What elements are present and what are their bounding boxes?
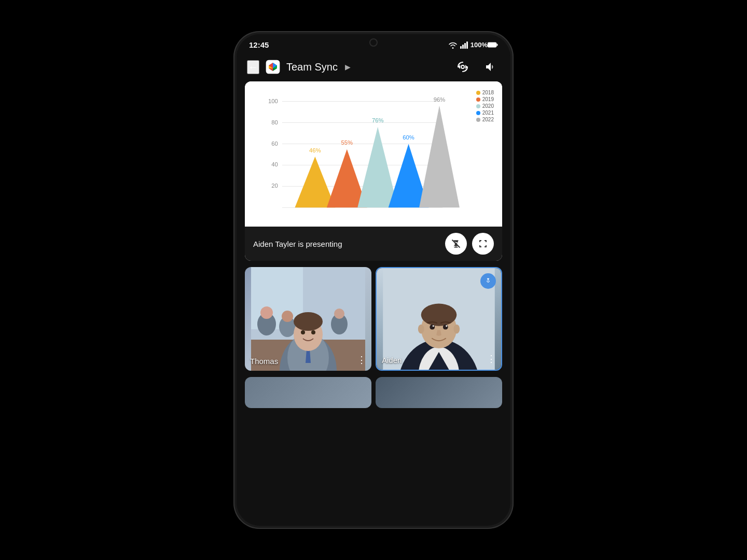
chart-container: 2018 2019 2020 2021 [245, 81, 502, 227]
legend-2021: 2021 [476, 110, 494, 116]
meet-logo-icon [265, 59, 281, 75]
participant-name-aiden: Aiden [382, 356, 402, 365]
participant-name-thomas: Thomas [250, 357, 278, 366]
svg-point-44 [311, 330, 315, 334]
phone-screen: 12:45 100% [237, 34, 510, 526]
app-header: ← Team Sync ▶ [237, 52, 510, 81]
aiden-menu-button[interactable]: ⋮ [487, 353, 496, 365]
battery-shape [488, 42, 498, 48]
wifi-icon [448, 41, 458, 49]
thomas-photo [245, 267, 371, 371]
legend-dot-2020 [476, 104, 480, 108]
legend-2018: 2018 [476, 90, 494, 95]
preview-card-1[interactable] [245, 377, 371, 408]
legend-label-2019: 2019 [482, 96, 494, 102]
thomas-scene-svg [245, 267, 371, 371]
legend-dot-2021 [476, 111, 480, 115]
status-icons: 100% [448, 41, 498, 49]
svg-point-37 [334, 309, 344, 319]
svg-point-51 [418, 325, 424, 334]
svg-point-54 [443, 325, 448, 330]
bar-2022 [419, 106, 460, 208]
battery-icon: 100% [471, 41, 498, 49]
svg-point-42 [294, 312, 323, 331]
participant-card-thomas: Thomas ⋮ [245, 267, 371, 371]
phone-frame: 12:45 100% [233, 31, 514, 529]
volume-icon [485, 61, 497, 73]
legend-label-2021: 2021 [482, 110, 494, 116]
legend-label-2020: 2020 [482, 103, 494, 109]
header-left: ← Team Sync ▶ [247, 59, 351, 75]
thomas-menu-button[interactable]: ⋮ [357, 354, 366, 366]
mute-presenter-button[interactable] [445, 233, 467, 255]
svg-rect-58 [488, 279, 488, 281]
svg-text:60%: 60% [403, 134, 414, 141]
legend-dot-2019 [476, 97, 480, 102]
svg-text:40: 40 [271, 161, 278, 167]
signal-icon [460, 41, 468, 49]
microphone-active-icon [484, 277, 492, 285]
participant-card-aiden: Aiden ⋮ [376, 267, 502, 371]
svg-point-52 [453, 325, 460, 334]
presenter-actions [445, 233, 494, 255]
svg-rect-1 [497, 44, 498, 46]
svg-rect-57 [487, 278, 489, 279]
legend-dot-2018 [476, 91, 480, 95]
header-right [453, 58, 500, 76]
speaking-indicator-aiden [480, 273, 496, 289]
bar-chart-svg: 100 80 60 40 20 46% [253, 90, 494, 222]
meeting-title: Team Sync [286, 61, 338, 73]
svg-point-35 [282, 311, 293, 322]
meeting-title-chevron: ▶ [345, 63, 351, 71]
legend-label-2018: 2018 [482, 90, 494, 95]
legend-2019: 2019 [476, 96, 494, 102]
bar-2020 [357, 127, 398, 208]
bottom-preview-row [237, 377, 510, 414]
svg-point-11 [461, 65, 464, 68]
svg-point-53 [430, 325, 435, 330]
status-time: 12:45 [249, 40, 269, 49]
svg-point-33 [260, 306, 273, 319]
back-button[interactable]: ← [247, 60, 259, 74]
svg-text:60: 60 [271, 141, 278, 147]
presenter-text: Aiden Tayler is presenting [253, 240, 342, 248]
svg-point-50 [421, 304, 457, 326]
legend-label-2022: 2022 [482, 117, 494, 122]
svg-text:76%: 76% [372, 117, 384, 123]
legend-dot-2022 [476, 118, 480, 122]
presentation-area: 2018 2019 2020 2021 [245, 81, 502, 261]
svg-text:46%: 46% [309, 147, 321, 153]
svg-rect-59 [487, 281, 487, 282]
pin-slash-icon [451, 239, 461, 248]
svg-point-43 [301, 330, 305, 334]
svg-text:96%: 96% [434, 96, 446, 103]
svg-text:100: 100 [268, 98, 278, 104]
svg-text:20: 20 [271, 183, 278, 189]
svg-text:55%: 55% [341, 139, 353, 146]
chart-legend: 2018 2019 2020 2021 [476, 90, 494, 123]
fullscreen-button[interactable] [472, 233, 494, 255]
svg-rect-0 [488, 43, 496, 47]
svg-rect-61 [488, 282, 489, 282]
presenter-bar: Aiden Tayler is presenting [245, 227, 502, 261]
fullscreen-icon [478, 239, 488, 248]
legend-2022: 2022 [476, 117, 494, 122]
camera-notch [369, 38, 378, 47]
svg-rect-60 [489, 281, 489, 282]
volume-button[interactable] [481, 58, 500, 76]
svg-text:80: 80 [271, 119, 278, 125]
preview-card-2[interactable] [376, 377, 502, 408]
svg-point-55 [433, 325, 434, 327]
svg-point-56 [446, 325, 447, 327]
flip-camera-button[interactable] [453, 58, 472, 76]
legend-2020: 2020 [476, 103, 494, 109]
power-button[interactable] [513, 187, 514, 218]
bar-2018 [295, 157, 335, 207]
flip-camera-icon [456, 60, 469, 74]
participant-grid: Thomas ⋮ [237, 261, 510, 377]
